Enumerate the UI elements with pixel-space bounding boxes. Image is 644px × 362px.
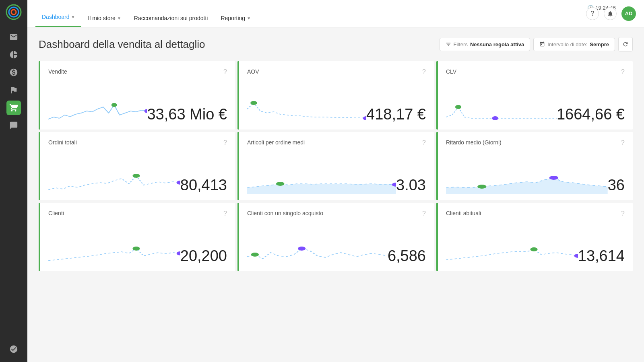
cart-icon[interactable]	[6, 101, 21, 115]
filter-value: Nessuna regola attiva	[470, 41, 524, 47]
svg-point-4	[144, 109, 147, 113]
page-title: Dashboard della vendita al dettaglio	[39, 38, 205, 51]
svg-point-16	[549, 176, 558, 180]
header-actions: Filters Nessuna regola attiva Intervallo…	[440, 37, 633, 51]
notifications-button[interactable]	[604, 7, 617, 20]
kpi-label-ritardo: Ritardo medio (Giorni)	[446, 139, 502, 146]
help-icon-vendite[interactable]: ?	[223, 68, 227, 76]
chart-ordini	[48, 162, 180, 194]
refresh-button[interactable]	[618, 37, 633, 51]
help-button[interactable]: ?	[586, 7, 599, 20]
svg-point-20	[298, 247, 305, 251]
chat-icon[interactable]	[6, 118, 21, 133]
help-icon-clv[interactable]: ?	[621, 68, 625, 76]
kpi-label-ordini: Ordini totali	[48, 139, 77, 146]
main-nav: Dashboard ▼ Il mio store ▼ Raccomandazio…	[35, 8, 636, 27]
dollar-icon[interactable]	[6, 65, 21, 80]
chart-aov	[247, 91, 366, 123]
kpi-value-ritardo: 36	[608, 177, 625, 194]
kpi-label-clienti: Clienti	[48, 210, 64, 216]
kpi-clienti: Clienti ? 20,200	[39, 203, 235, 271]
kpi-singolo-acquisto: Clienti con un singolo acquisto ? 6,586	[237, 203, 434, 271]
svg-point-6	[363, 116, 366, 120]
kpi-value-singolo: 6,586	[388, 247, 426, 265]
svg-marker-14	[446, 178, 608, 194]
date-value: Sempre	[590, 41, 609, 47]
svg-point-3	[111, 103, 117, 107]
kpi-clv: CLV ? 1664,66 €	[436, 61, 633, 130]
nav-recommendations[interactable]: Raccomandazioni sui prodotti	[128, 9, 215, 27]
date-label: Intervallo di date:	[547, 41, 587, 47]
kpi-label-clv: CLV	[446, 68, 456, 75]
nav-mystore[interactable]: Il mio store ▼	[81, 9, 127, 27]
chevron-down-icon: ▼	[117, 16, 121, 21]
avatar[interactable]: AD	[621, 6, 636, 21]
svg-point-1	[9, 7, 19, 17]
kpi-ordini: Ordini totali ? 80,413	[39, 132, 235, 200]
kpi-value-clienti: 20,200	[180, 247, 227, 265]
main-content: 🕐 19:24:46 Dashboard ▼ Il mio store ▼ Ra…	[27, 0, 644, 362]
kpi-aov: AOV ? 418,17 €	[237, 61, 434, 130]
kpi-ritardo: Ritardo medio (Giorni) ? 36	[436, 132, 633, 200]
refresh-icon	[622, 41, 629, 47]
help-icon-ritardo[interactable]: ?	[621, 139, 625, 146]
help-icon-abituali[interactable]: ?	[621, 210, 625, 217]
kpi-label-articoli: Articoli per ordine medi	[247, 139, 305, 146]
calendar-icon	[539, 41, 545, 47]
topbar-actions: ? AD	[586, 6, 636, 21]
mail-icon[interactable]	[6, 30, 21, 44]
topbar: 🕐 19:24:46 Dashboard ▼ Il mio store ▼ Ra…	[27, 0, 644, 27]
svg-point-5	[250, 101, 257, 105]
svg-point-2	[11, 10, 16, 14]
help-icon-ordini[interactable]: ?	[223, 139, 227, 146]
kpi-value-abituali: 13,614	[578, 247, 625, 265]
kpi-abituali: Clienti abituali ? 13,614	[436, 203, 633, 271]
chart-abituali	[446, 232, 578, 265]
svg-point-9	[132, 174, 140, 178]
page-content: Dashboard della vendita al dettaglio Fil…	[27, 27, 644, 362]
help-icon-articoli[interactable]: ?	[422, 139, 426, 146]
kpi-value-aov: 418,17 €	[366, 106, 426, 123]
chevron-down-icon: ▼	[71, 15, 75, 19]
nav-dashboard[interactable]: Dashboard ▼	[35, 8, 81, 27]
page-header: Dashboard della vendita al dettaglio Fil…	[39, 37, 633, 51]
help-icon-singolo[interactable]: ?	[422, 210, 426, 217]
chart-clienti	[48, 232, 180, 265]
kpi-value-ordini: 80,413	[180, 177, 227, 194]
flag-icon[interactable]	[6, 83, 21, 97]
svg-point-15	[477, 185, 486, 189]
help-icon-aov[interactable]: ?	[422, 68, 426, 76]
date-range-button[interactable]: Intervallo di date: Sempre	[533, 38, 615, 51]
kpi-vendite: Vendite ? 33,63 Mio €	[39, 61, 235, 130]
svg-point-10	[177, 181, 180, 185]
filter-label: Filters	[454, 41, 468, 47]
settings-users-icon[interactable]	[6, 342, 21, 356]
sidebar	[0, 0, 27, 362]
svg-point-17	[132, 247, 140, 251]
svg-point-7	[455, 105, 461, 109]
chart-singolo	[247, 232, 388, 265]
chart-articoli	[247, 162, 396, 194]
help-icon-clienti[interactable]: ?	[223, 210, 227, 217]
kpi-value-clv: 1664,66 €	[557, 106, 625, 123]
filter-button[interactable]: Filters Nessuna regola attiva	[440, 38, 530, 51]
filter-icon	[446, 41, 451, 47]
nav-reporting[interactable]: Reporting ▼	[214, 9, 257, 27]
pie-chart-icon[interactable]	[6, 47, 21, 62]
svg-point-19	[251, 253, 259, 257]
logo-icon[interactable]	[6, 4, 22, 20]
chevron-down-icon: ▼	[247, 16, 251, 21]
chart-vendite	[48, 91, 147, 123]
svg-point-8	[492, 116, 498, 120]
svg-point-18	[177, 251, 180, 255]
kpi-label-singolo: Clienti con un singolo acquisto	[247, 210, 323, 216]
kpi-label-vendite: Vendite	[48, 68, 67, 75]
svg-marker-11	[247, 184, 396, 194]
chart-clv	[446, 91, 557, 123]
kpi-label-aov: AOV	[247, 68, 259, 75]
chart-ritardo	[446, 162, 608, 194]
kpi-articoli: Articoli per ordine medi ? 3.03	[237, 132, 434, 200]
svg-point-22	[574, 254, 578, 258]
kpi-value-vendite: 33,63 Mio €	[147, 106, 227, 123]
svg-point-12	[276, 182, 285, 186]
